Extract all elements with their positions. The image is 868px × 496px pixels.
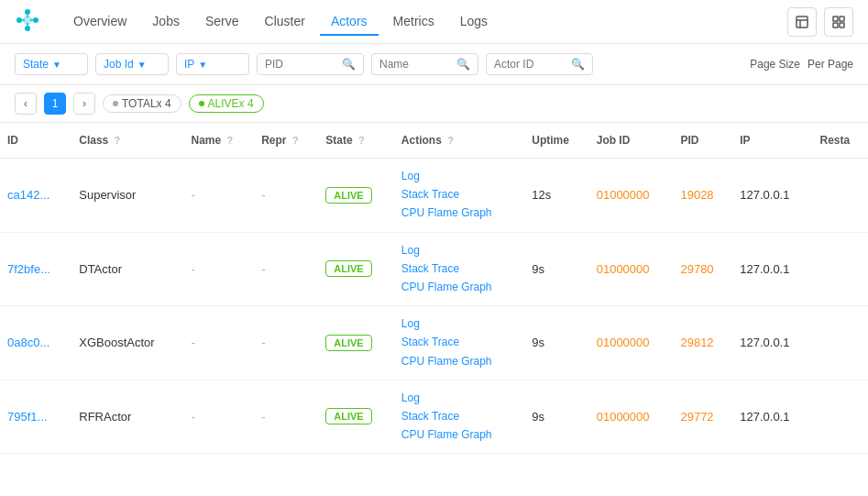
svg-rect-9 — [797, 17, 808, 28]
pid-search[interactable]: 🔍 — [257, 53, 364, 75]
nav-item-cluster[interactable]: Cluster — [254, 8, 316, 36]
cell-actions: LogStack TraceCPU Flame Graph — [394, 232, 525, 306]
name-input[interactable] — [379, 58, 453, 71]
nav-item-overview[interactable]: Overview — [62, 8, 137, 36]
cell-repr: - — [254, 159, 318, 233]
page-size-label: Page Size — [750, 58, 800, 71]
actorid-search[interactable]: 🔍 — [486, 53, 593, 75]
current-page-btn[interactable]: 1 — [44, 93, 66, 115]
cell-class: DTActor — [71, 232, 183, 306]
name-search[interactable]: 🔍 — [371, 53, 478, 75]
cell-id[interactable]: 795f1... — [0, 380, 71, 454]
total-badge[interactable]: TOTALx 4 — [103, 94, 181, 113]
per-page-label: Per Page — [808, 58, 853, 71]
cell-id[interactable]: ca142... — [0, 159, 71, 233]
col-restart: Resta — [812, 123, 868, 159]
action-links: LogStack TraceCPU Flame Graph — [401, 390, 518, 445]
ip-filter-chevron: ▼ — [198, 60, 207, 70]
table-row: 0a8c0... XGBoostActor - - ALIVE LogStack… — [0, 306, 868, 380]
action-link-stack-trace[interactable]: Stack Trace — [401, 260, 518, 278]
state-filter[interactable]: State ▼ — [15, 53, 88, 75]
cell-class: XGBoostActor — [71, 306, 183, 380]
nav-item-serve[interactable]: Serve — [194, 8, 250, 36]
col-ip: IP — [732, 123, 812, 159]
col-uptime: Uptime — [524, 123, 588, 159]
alive-badge[interactable]: ALIVEx 4 — [189, 94, 264, 113]
action-link-log[interactable]: Log — [401, 315, 518, 333]
name-help-icon[interactable]: ? — [227, 135, 234, 146]
cell-state: ALIVE — [318, 232, 394, 306]
cell-restart — [812, 232, 868, 306]
cell-uptime: 9s — [524, 232, 588, 306]
cell-repr: - — [254, 306, 318, 380]
nav-item-actors[interactable]: Actors — [320, 8, 379, 36]
total-badge-dot — [113, 101, 118, 106]
jobid-filter[interactable]: Job Id ▼ — [95, 53, 169, 75]
nav-icon-btn-2[interactable] — [824, 7, 853, 37]
cell-actions: LogStack TraceCPU Flame Graph — [394, 306, 525, 380]
cell-name: - — [183, 380, 254, 454]
state-badge: ALIVE — [325, 260, 371, 277]
action-link-cpu-flame-graph[interactable]: CPU Flame Graph — [401, 426, 518, 444]
action-link-stack-trace[interactable]: Stack Trace — [401, 408, 518, 425]
nav-item-metrics[interactable]: Metrics — [382, 8, 445, 36]
jobid-filter-label: Job Id — [104, 58, 134, 71]
jobid-filter-chevron: ▼ — [137, 60, 147, 70]
svg-point-4 — [33, 17, 38, 23]
table-header-row: ID Class ? Name ? Repr ? State ? Actions… — [0, 123, 868, 159]
cell-pid: 29812 — [673, 306, 732, 380]
nav-item-jobs[interactable]: Jobs — [141, 8, 191, 36]
cell-class: RFRActor — [71, 380, 183, 454]
actions-help-icon[interactable]: ? — [447, 135, 454, 146]
nav-icon-btn-1[interactable] — [787, 7, 817, 37]
action-link-log[interactable]: Log — [401, 242, 518, 259]
actors-table: ID Class ? Name ? Repr ? State ? Actions… — [0, 123, 868, 454]
top-navigation: Overview Jobs Serve Cluster Actors Metri… — [0, 0, 868, 44]
cell-restart — [812, 306, 868, 380]
action-links: LogStack TraceCPU Flame Graph — [401, 242, 518, 297]
cell-ip: 127.0.0.1 — [732, 306, 812, 380]
state-filter-chevron: ▼ — [52, 60, 61, 70]
cell-class: Supervisor — [71, 159, 183, 233]
cell-uptime: 12s — [524, 159, 588, 233]
cell-state: ALIVE — [318, 306, 394, 380]
table-row: 7f2bfe... DTActor - - ALIVE LogStack Tra… — [0, 232, 868, 306]
cell-id[interactable]: 7f2bfe... — [0, 232, 71, 306]
action-link-cpu-flame-graph[interactable]: CPU Flame Graph — [401, 279, 518, 296]
cell-uptime: 9s — [524, 380, 588, 454]
action-link-log[interactable]: Log — [401, 168, 518, 185]
action-link-stack-trace[interactable]: Stack Trace — [401, 186, 518, 204]
pid-search-icon: 🔍 — [342, 58, 356, 71]
nav-item-logs[interactable]: Logs — [449, 8, 499, 36]
state-badge: ALIVE — [325, 335, 371, 351]
cell-name: - — [183, 159, 254, 233]
ip-filter[interactable]: IP ▼ — [176, 53, 249, 75]
class-help-icon[interactable]: ? — [115, 135, 121, 146]
action-link-log[interactable]: Log — [401, 390, 518, 407]
col-jobid: Job ID — [589, 123, 674, 159]
cell-pid: 19028 — [673, 159, 732, 233]
state-badge: ALIVE — [325, 187, 371, 204]
action-links: LogStack TraceCPU Flame Graph — [401, 168, 518, 223]
cell-repr: - — [254, 380, 318, 454]
actorid-input[interactable] — [494, 58, 567, 71]
action-link-cpu-flame-graph[interactable]: CPU Flame Graph — [401, 353, 518, 370]
col-repr: Repr ? — [254, 123, 318, 159]
alive-badge-dot — [199, 101, 204, 106]
col-class: Class ? — [71, 123, 183, 159]
repr-help-icon[interactable]: ? — [292, 135, 299, 146]
cell-restart — [812, 380, 868, 454]
next-page-btn[interactable]: › — [73, 93, 95, 115]
prev-page-btn[interactable]: ‹ — [15, 93, 37, 115]
action-link-cpu-flame-graph[interactable]: CPU Flame Graph — [401, 204, 518, 222]
cell-id[interactable]: 0a8c0... — [0, 306, 71, 380]
action-link-stack-trace[interactable]: Stack Trace — [401, 334, 518, 351]
cell-pid: 29772 — [673, 380, 732, 454]
svg-rect-13 — [840, 17, 844, 21]
state-help-icon[interactable]: ? — [358, 135, 365, 146]
col-id: ID — [0, 123, 71, 159]
alive-badge-label: ALIVEx 4 — [208, 97, 254, 110]
pid-input[interactable] — [265, 58, 338, 71]
action-links: LogStack TraceCPU Flame Graph — [401, 315, 518, 370]
cell-repr: - — [254, 232, 318, 306]
